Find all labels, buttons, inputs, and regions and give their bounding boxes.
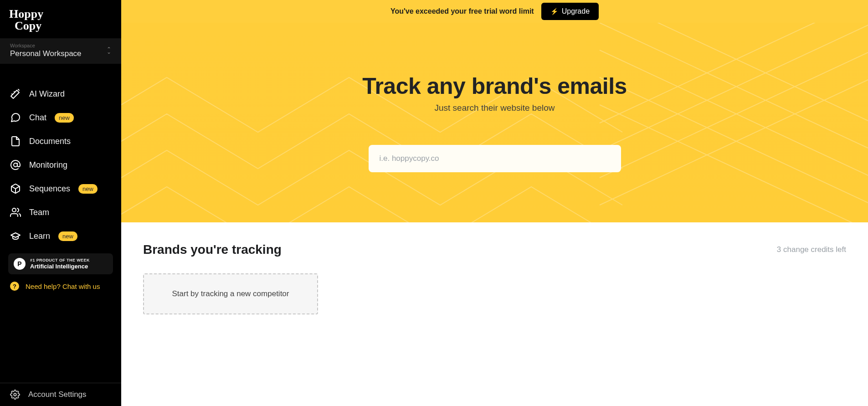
chevron-updown-icon: ⌃⌄: [107, 47, 111, 54]
sidebar-item-label: Monitoring: [29, 160, 67, 170]
sidebar-item-label: Learn: [29, 231, 50, 241]
promo-line1: #1 PRODUCT OF THE WEEK: [30, 258, 90, 263]
sidebar-item-monitoring[interactable]: Monitoring: [0, 153, 121, 177]
empty-tracking-card[interactable]: Start by tracking a new competitor: [143, 273, 318, 314]
settings-label: Account Settings: [28, 390, 87, 399]
hero-title: Track any brand's emails: [362, 73, 627, 99]
sidebar-item-chat[interactable]: Chat new: [0, 106, 121, 129]
empty-tracking-text: Start by tracking a new competitor: [172, 289, 289, 298]
sidebar-item-learn[interactable]: Learn new: [0, 224, 121, 248]
document-icon: [10, 136, 21, 147]
sidebar-item-label: Documents: [29, 137, 71, 146]
svg-point-0: [14, 163, 17, 167]
promo-text: #1 PRODUCT OF THE WEEK Artificial Intell…: [30, 258, 90, 270]
help-text: Need help? Chat with us: [26, 283, 100, 290]
trial-message: You've exceeded your free trial word lim…: [390, 7, 534, 15]
hero-subtitle: Just search their website below: [434, 103, 555, 113]
trial-bar: You've exceeded your free trial word lim…: [121, 0, 868, 23]
sidebar-item-team[interactable]: Team: [0, 200, 121, 224]
svg-point-3: [14, 393, 16, 396]
workspace-label: Workspace: [10, 43, 82, 48]
new-badge: new: [55, 113, 74, 123]
svg-line-8: [600, 105, 868, 222]
sidebar-item-sequences[interactable]: Sequences new: [0, 177, 121, 200]
svg-line-6: [600, 23, 868, 123]
help-icon: ?: [10, 282, 19, 291]
svg-line-11: [600, 23, 868, 123]
gear-icon: [10, 390, 20, 400]
sequences-icon: [10, 183, 21, 194]
learn-icon: [10, 231, 21, 242]
sidebar-item-account-settings[interactable]: Account Settings: [0, 383, 121, 406]
new-badge: new: [58, 231, 77, 241]
sidebar-item-documents[interactable]: Documents: [0, 129, 121, 153]
new-badge: new: [78, 184, 98, 194]
tracking-heading: Brands you're tracking: [143, 242, 282, 257]
hero-section: Track any brand's emails Just search the…: [121, 23, 868, 222]
monitoring-icon: [10, 159, 21, 170]
upgrade-button[interactable]: ⚡ Upgrade: [541, 3, 599, 20]
promo-badge-icon: P: [14, 258, 26, 270]
promo-card[interactable]: P #1 PRODUCT OF THE WEEK Artificial Inte…: [8, 253, 113, 274]
bolt-icon: ⚡: [550, 8, 558, 15]
chat-icon: [10, 112, 21, 123]
promo-line2: Artificial Intelligence: [30, 263, 90, 270]
search-input[interactable]: [369, 145, 621, 172]
sidebar-item-ai-wizard[interactable]: AI Wizard: [0, 82, 121, 106]
team-icon: [10, 207, 21, 218]
sidebar-item-label: AI Wizard: [29, 89, 65, 99]
svg-point-2: [12, 208, 16, 212]
search-container: [369, 145, 621, 172]
upgrade-label: Upgrade: [562, 7, 590, 15]
sidebar-item-label: Chat: [29, 113, 46, 123]
tracking-section: Brands you're tracking 3 change credits …: [121, 222, 868, 334]
brand-logo: Hoppy Copy: [0, 0, 121, 38]
workspace-name: Personal Workspace: [10, 49, 82, 58]
wand-icon: [10, 88, 21, 99]
help-chat[interactable]: ? Need help? Chat with us: [0, 274, 121, 298]
main-content: You've exceeded your free trial word lim…: [121, 0, 868, 406]
sidebar-item-label: Sequences: [29, 184, 70, 194]
sidebar-nav: AI Wizard Chat new Documents Monitoring: [0, 82, 121, 248]
change-credits: 3 change credits left: [777, 245, 846, 254]
hero-pattern: [121, 23, 868, 222]
workspace-selector[interactable]: Workspace Personal Workspace ⌃⌄: [0, 38, 121, 64]
sidebar: Hoppy Copy Workspace Personal Workspace …: [0, 0, 121, 406]
sidebar-item-label: Team: [29, 208, 49, 217]
